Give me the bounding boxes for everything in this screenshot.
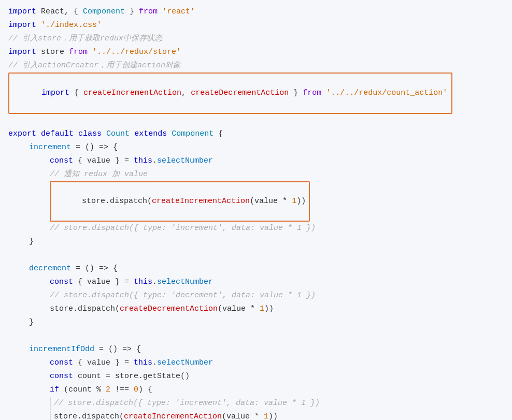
code-line: import './index.css': [0, 19, 512, 32]
code-line: import store from '../../redux/store': [0, 46, 512, 59]
code-line-comment: // store.dispatch({ type: 'increment', d…: [0, 397, 512, 410]
code-line-comment: // store.dispatch({ type: 'increment', d…: [0, 222, 512, 235]
highlight-box: import { createIncrementAction, createDe…: [8, 73, 452, 114]
code-line: const { value } = this.selectNumber: [0, 154, 512, 168]
empty-line: [0, 249, 512, 262]
keyword: import: [8, 6, 36, 18]
highlighted-dispatch-line: store.dispatch(createIncrementAction(val…: [0, 181, 512, 222]
code-line: const count = store.getState(): [0, 370, 512, 383]
dispatch-highlight-box: store.dispatch(createIncrementAction(val…: [50, 181, 310, 222]
code-line: }: [0, 235, 512, 249]
code-line: store.dispatch(createDecrementAction(val…: [0, 302, 512, 316]
vbar-comment: // store.dispatch({ type: 'increment', d…: [50, 397, 320, 410]
code-line: incrementIfOdd = () => {: [0, 343, 512, 356]
code-line-comment: // 引入store，用于获取redux中保存状态: [0, 32, 512, 46]
vbar-dispatch: store.dispatch(createIncrementAction(val…: [50, 411, 278, 420]
code-line: export default class Count extends Compo…: [0, 127, 512, 141]
code-line: import React, { Component } from 'react': [0, 5, 512, 19]
code-line: const { value } = this.selectNumber: [0, 356, 512, 370]
empty-line: [0, 329, 512, 343]
code-line-comment: // 引入actionCreator，用于创建action对象: [0, 59, 512, 73]
code-line: if (count % 2 !== 0) {: [0, 383, 512, 397]
code-line: const { value } = this.selectNumber: [0, 276, 512, 289]
empty-line: [0, 114, 512, 127]
code-line: increment = () => {: [0, 141, 512, 154]
code-line: }: [0, 316, 512, 329]
code-line-comment: // 通知 redux 加 value: [0, 168, 512, 181]
code-line-comment: // store.dispatch({ type: 'decrement', d…: [0, 289, 512, 302]
code-line: store.dispatch(createIncrementAction(val…: [0, 410, 512, 420]
code-editor: import React, { Component } from 'react'…: [0, 0, 512, 420]
highlighted-import-line: import { createIncrementAction, createDe…: [0, 73, 512, 114]
code-line: decrement = () => {: [0, 262, 512, 276]
